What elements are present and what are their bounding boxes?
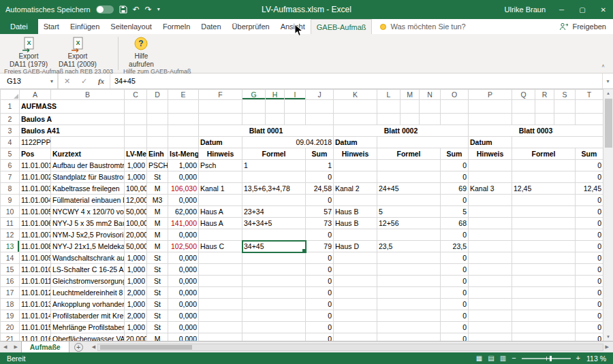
share-button[interactable]: Freigeben <box>559 19 606 34</box>
cell[interactable]: Kurztext <box>51 148 125 160</box>
row-header-13[interactable]: 13 <box>1 241 20 252</box>
cell-kurztext[interactable]: NYCWY 4 x 120/70 vorh. Sch <box>51 206 125 218</box>
zoom-slider[interactable] <box>522 358 571 359</box>
cell-einheit[interactable]: PSCH <box>147 160 168 171</box>
column-header-G[interactable]: G <box>242 90 266 100</box>
cell[interactable] <box>441 114 469 125</box>
cell[interactable] <box>377 137 469 148</box>
cell[interactable] <box>306 114 334 125</box>
cell-hinweis[interactable] <box>334 252 377 264</box>
cell[interactable] <box>512 137 603 148</box>
row-header-3[interactable]: 3 <box>1 125 20 137</box>
cell-formel[interactable] <box>242 229 306 241</box>
horizontal-scroll-track[interactable] <box>97 344 603 351</box>
cell-hinweis[interactable] <box>199 229 242 241</box>
cell-pos[interactable]: 11.01.0110 <box>20 276 51 287</box>
cell-formel[interactable]: 12,45 <box>512 183 576 195</box>
scroll-down-icon[interactable]: ▼ <box>606 333 610 341</box>
page-layout-view-icon[interactable]: ▤ <box>488 354 494 362</box>
cell-formel[interactable] <box>377 299 441 310</box>
cell-hinweis[interactable] <box>334 276 377 287</box>
column-header-H[interactable]: H <box>266 90 285 100</box>
vertical-scroll-thumb[interactable] <box>605 99 612 148</box>
row-header-9[interactable]: 9 <box>1 195 20 206</box>
cell[interactable]: Baulos A41 <box>20 125 125 137</box>
cell-ist-menge[interactable]: 0,000 <box>168 252 199 264</box>
hilfe-aufrufen-button[interactable]: ? Hilfe aufrufen <box>125 35 158 68</box>
cell[interactable]: Einh <box>147 148 168 160</box>
row-header-10[interactable]: 10 <box>1 206 20 218</box>
cell-sum[interactable]: 0 <box>441 229 469 241</box>
column-header-K[interactable]: K <box>334 90 377 100</box>
cell-formel[interactable] <box>377 264 441 276</box>
cell-hinweis[interactable] <box>199 310 242 322</box>
cell-sum[interactable]: 0 <box>576 322 603 333</box>
cell-kurztext[interactable]: Leuchtmeldereinheit 8 LED <box>51 287 125 299</box>
cell-lv-menge[interactable]: 1,000 <box>125 276 147 287</box>
cell-einheit[interactable]: M <box>147 241 168 252</box>
row-header-12[interactable]: 12 <box>1 229 20 241</box>
sheet-tab-aufmasse[interactable]: Aufmaße <box>21 342 69 352</box>
cell-sum[interactable]: 0 <box>576 171 603 183</box>
restore-button[interactable]: ▢ <box>578 6 586 14</box>
cell-ist-menge[interactable]: 106,030 <box>168 183 199 195</box>
cell-formel[interactable] <box>512 241 576 252</box>
cell-kurztext[interactable]: Wandschaltschrank aus Stah <box>51 252 125 264</box>
column-header-N[interactable]: N <box>420 90 441 100</box>
column-header-J[interactable]: J <box>306 90 334 100</box>
row-header-19[interactable]: 19 <box>1 310 20 322</box>
cell[interactable] <box>242 100 266 114</box>
cell[interactable] <box>334 100 377 114</box>
cell-formel[interactable] <box>377 333 441 342</box>
cell[interactable] <box>199 114 242 125</box>
cell-pos[interactable]: 11.01.0080 <box>20 241 51 252</box>
cell[interactable] <box>168 100 199 114</box>
cell-pos[interactable]: 11.01.0060 <box>20 218 51 229</box>
cancel-icon[interactable]: ✕ <box>64 77 70 86</box>
cell-kurztext[interactable]: Standplatz für Baustromtrafo <box>51 171 125 183</box>
cell-hinweis[interactable] <box>199 252 242 264</box>
vertical-scroll-track[interactable] <box>603 97 613 333</box>
cell-sum[interactable]: 0 <box>576 241 603 252</box>
cell-formel[interactable] <box>242 252 306 264</box>
cell-ist-menge[interactable]: 62,000 <box>168 206 199 218</box>
cell-sum[interactable]: 0 <box>576 333 603 342</box>
column-header-R[interactable]: R <box>535 90 554 100</box>
row-header-8[interactable]: 8 <box>1 183 20 195</box>
cell-kurztext[interactable]: Profilstaberder mit Kreuzprof <box>51 310 125 322</box>
cell-hinweis[interactable] <box>199 171 242 183</box>
ribbon-tab-überprüfen[interactable]: Überprüfen <box>227 19 275 34</box>
cell-hinweis[interactable] <box>334 195 377 206</box>
cell[interactable] <box>266 114 285 125</box>
cell-ist-menge[interactable]: 0,000 <box>168 322 199 333</box>
cell-sum[interactable]: 0 <box>306 287 334 299</box>
cell-sum[interactable]: 0 <box>441 287 469 299</box>
autosave-toggle[interactable] <box>96 5 114 14</box>
cell[interactable] <box>512 114 535 125</box>
tell-me-box[interactable]: Was möchten Sie tun? <box>380 19 465 34</box>
cell-sum[interactable]: 0 <box>306 333 334 342</box>
cell-formel[interactable] <box>242 299 306 310</box>
cell[interactable] <box>469 114 512 125</box>
cell[interactable]: Formel <box>377 148 441 160</box>
cell-hinweis[interactable] <box>199 287 242 299</box>
cell[interactable] <box>400 100 420 114</box>
cell[interactable] <box>242 114 266 125</box>
row-header-16[interactable]: 16 <box>1 276 20 287</box>
cell[interactable] <box>377 100 400 114</box>
cell-hinweis[interactable] <box>469 322 512 333</box>
ribbon-tab-seitenlayout[interactable]: Seitenlayout <box>105 19 157 34</box>
cell-lv-menge[interactable]: 100,000 <box>125 183 147 195</box>
vertical-scrollbar[interactable]: ▲ ▼ <box>603 89 613 341</box>
cell-sum[interactable]: 0 <box>576 310 603 322</box>
cell[interactable] <box>420 100 441 114</box>
add-sheet-button[interactable]: + <box>74 343 83 352</box>
cell-hinweis[interactable]: Kanal 3 <box>469 183 512 195</box>
ribbon-tab-einfügen[interactable]: Einfügen <box>65 19 105 34</box>
cell[interactable] <box>535 100 554 114</box>
cell[interactable] <box>306 100 334 114</box>
cell-hinweis[interactable] <box>199 299 242 310</box>
cell-hinweis[interactable] <box>334 333 377 342</box>
cell-einheit[interactable]: M <box>147 333 168 342</box>
cell-sum[interactable]: 0 <box>576 287 603 299</box>
